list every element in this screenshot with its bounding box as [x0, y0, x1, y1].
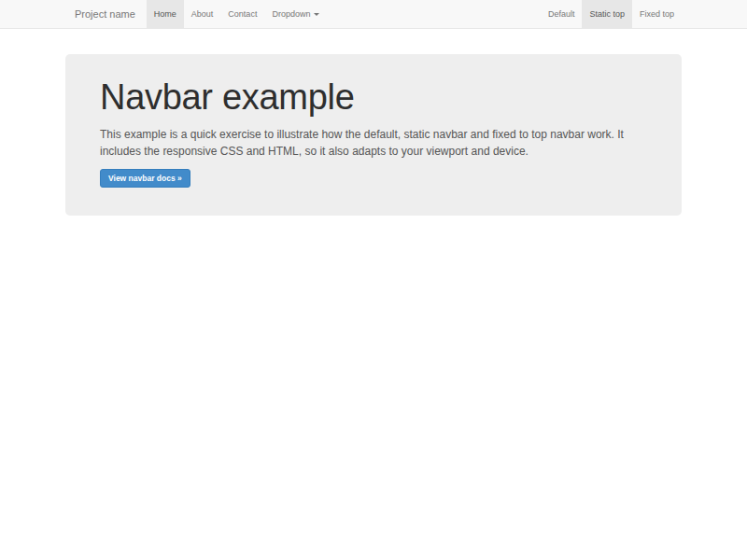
dropdown-label: Dropdown [272, 9, 310, 19]
nav-item-dropdown: Dropdown [264, 0, 327, 28]
page-description: This example is a quick exercise to illu… [100, 126, 641, 160]
nav-link-dropdown[interactable]: Dropdown [264, 0, 327, 28]
navbar-container: Project name Home About Contact Dropdown… [65, 0, 682, 28]
navbar: Project name Home About Contact Dropdown… [0, 0, 747, 29]
nav-link-home[interactable]: Home [147, 0, 184, 28]
nav-item-static-top: Static top [582, 0, 632, 28]
navbar-nav-left: Home About Contact Dropdown [147, 0, 328, 28]
nav-link-static-top[interactable]: Static top [582, 0, 632, 28]
caret-down-icon [314, 13, 319, 16]
jumbotron: Navbar example This example is a quick e… [65, 54, 682, 216]
nav-item-home: Home [147, 0, 184, 28]
nav-item-contact: Contact [220, 0, 264, 28]
navbar-nav-right: Default Static top Fixed top [541, 0, 682, 28]
main-container: Navbar example This example is a quick e… [65, 54, 682, 216]
page-title: Navbar example [100, 77, 647, 119]
navbar-brand[interactable]: Project name [65, 0, 147, 28]
nav-link-fixed-top[interactable]: Fixed top [632, 0, 682, 28]
nav-item-fixed-top: Fixed top [632, 0, 682, 28]
nav-link-about[interactable]: About [184, 0, 221, 28]
nav-item-about: About [184, 0, 221, 28]
nav-item-default: Default [541, 0, 583, 28]
nav-link-contact[interactable]: Contact [220, 0, 264, 28]
view-navbar-docs-button[interactable]: View navbar docs » [100, 169, 190, 188]
nav-link-default[interactable]: Default [541, 0, 583, 28]
